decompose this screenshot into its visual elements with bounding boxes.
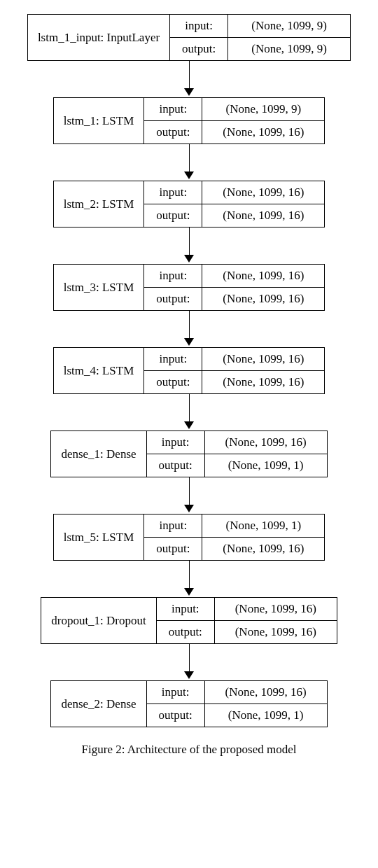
layer-input-row: input: (None, 1099, 16) [147,681,327,704]
layer-name: dropout_1: Dropout [41,598,157,643]
input-shape: (None, 1099, 16) [202,181,324,204]
input-shape: (None, 1099, 16) [215,598,337,620]
layer-node: lstm_2: LSTM input: (None, 1099, 16) out… [53,181,326,227]
input-shape: (None, 1099, 1) [202,514,324,537]
output-label: output: [144,121,202,144]
input-label: input: [144,265,202,287]
output-label: output: [147,704,205,727]
layer-input-row: input: (None, 1099, 16) [144,265,324,287]
layer-name: lstm_3: LSTM [54,265,145,310]
output-shape: (None, 1099, 16) [215,621,337,643]
input-label: input: [144,98,202,120]
layer-node: lstm_3: LSTM input: (None, 1099, 16) out… [53,264,326,311]
figure-caption: Figure 2: Architecture of the proposed m… [7,743,371,757]
layer-input-row: input: (None, 1099, 16) [147,431,327,454]
output-shape: (None, 1099, 16) [202,204,324,227]
input-shape: (None, 1099, 9) [228,15,350,37]
layer-name: lstm_1_input: InputLayer [28,15,170,60]
layer-output-row: output: (None, 1099, 16) [144,370,324,393]
output-label: output: [144,288,202,310]
output-shape: (None, 1099, 16) [202,538,324,560]
layer-io: input: (None, 1099, 16) output: (None, 1… [144,181,324,227]
layer-node: lstm_4: LSTM input: (None, 1099, 16) out… [53,347,326,394]
layer-name: lstm_1: LSTM [54,98,145,144]
layer-io: input: (None, 1099, 1) output: (None, 10… [144,514,324,560]
input-label: input: [157,598,215,620]
layer-io: input: (None, 1099, 9) output: (None, 10… [170,15,350,60]
output-label: output: [144,538,202,560]
layer-node: lstm_1_input: InputLayer input: (None, 1… [27,14,351,61]
layer-output-row: output: (None, 1099, 16) [144,537,324,560]
layer-output-row: output: (None, 1099, 9) [170,37,350,60]
layer-input-row: input: (None, 1099, 1) [144,514,324,537]
input-label: input: [144,348,202,370]
output-shape: (None, 1099, 1) [205,454,327,477]
layer-input-row: input: (None, 1099, 9) [170,15,350,37]
layer-io: input: (None, 1099, 16) output: (None, 1… [144,265,324,310]
layer-output-row: output: (None, 1099, 16) [144,120,324,144]
layer-input-row: input: (None, 1099, 16) [144,348,324,370]
layer-io: input: (None, 1099, 16) output: (None, 1… [144,348,324,393]
output-label: output: [170,38,228,60]
output-label: output: [144,204,202,227]
input-shape: (None, 1099, 16) [202,348,324,370]
layer-input-row: input: (None, 1099, 16) [157,598,337,620]
input-shape: (None, 1099, 16) [205,431,327,454]
layer-node: lstm_5: LSTM input: (None, 1099, 1) outp… [53,514,326,561]
layer-io: input: (None, 1099, 16) output: (None, 1… [147,431,327,477]
layer-name: dense_2: Dense [51,681,146,727]
output-shape: (None, 1099, 1) [205,704,327,727]
layer-name: dense_1: Dense [51,431,146,477]
input-label: input: [144,181,202,204]
input-shape: (None, 1099, 16) [205,681,327,704]
layer-output-row: output: (None, 1099, 1) [147,704,327,727]
layer-io: input: (None, 1099, 16) output: (None, 1… [157,598,337,643]
model-architecture-diagram: lstm_1_input: InputLayer input: (None, 1… [7,14,371,727]
arrow-down-icon [184,477,194,514]
layer-io: input: (None, 1099, 9) output: (None, 10… [144,98,324,144]
output-shape: (None, 1099, 16) [202,288,324,310]
output-shape: (None, 1099, 9) [228,38,350,60]
output-shape: (None, 1099, 16) [202,121,324,144]
arrow-down-icon [184,144,194,181]
input-shape: (None, 1099, 9) [202,98,324,120]
layer-input-row: input: (None, 1099, 9) [144,98,324,120]
layer-node: lstm_1: LSTM input: (None, 1099, 9) outp… [53,97,326,144]
layer-name: lstm_4: LSTM [54,348,145,393]
arrow-down-icon [184,561,194,597]
layer-node: dense_1: Dense input: (None, 1099, 16) o… [50,430,327,477]
output-label: output: [147,454,205,477]
arrow-down-icon [184,61,194,97]
input-label: input: [170,15,228,37]
layer-output-row: output: (None, 1099, 1) [147,454,327,477]
layer-output-row: output: (None, 1099, 16) [157,620,337,643]
arrow-down-icon [184,644,194,680]
output-label: output: [144,371,202,393]
input-label: input: [144,514,202,537]
layer-name: lstm_5: LSTM [54,514,145,560]
layer-output-row: output: (None, 1099, 16) [144,204,324,227]
output-label: output: [157,621,215,643]
input-shape: (None, 1099, 16) [202,265,324,287]
arrow-down-icon [184,227,194,264]
layer-output-row: output: (None, 1099, 16) [144,287,324,310]
output-shape: (None, 1099, 16) [202,371,324,393]
layer-io: input: (None, 1099, 16) output: (None, 1… [147,681,327,727]
arrow-down-icon [184,311,194,347]
layer-node: dropout_1: Dropout input: (None, 1099, 1… [41,597,337,644]
layer-name: lstm_2: LSTM [54,181,145,227]
input-label: input: [147,431,205,454]
layer-input-row: input: (None, 1099, 16) [144,181,324,204]
input-label: input: [147,681,205,704]
layer-node: dense_2: Dense input: (None, 1099, 16) o… [50,680,327,727]
arrow-down-icon [184,394,194,430]
